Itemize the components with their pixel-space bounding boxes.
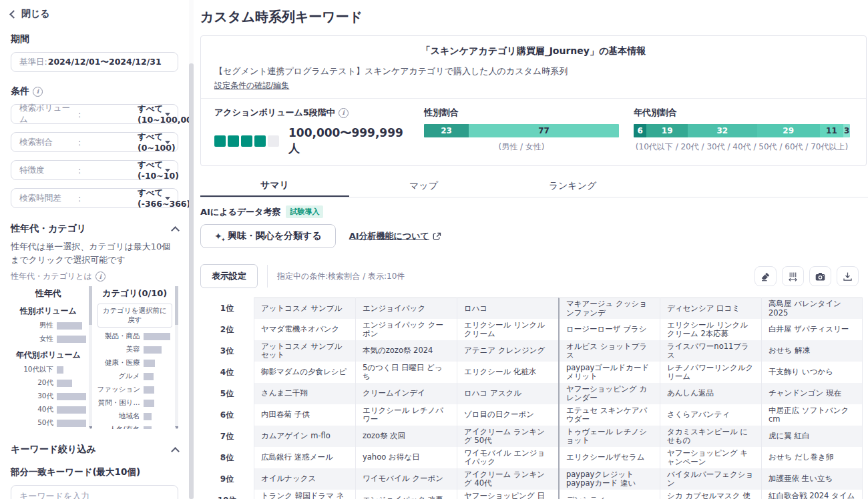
keyword-cell[interactable]: エリクシールザセラム bbox=[558, 447, 660, 468]
keyword-cell[interactable]: アイクリーム ランキング 50代 bbox=[457, 426, 558, 447]
keyword-cell[interactable]: シカ カプセルマスク 使い方 bbox=[660, 490, 761, 499]
keyword-cell[interactable]: デンシティ bbox=[558, 490, 660, 499]
keyword-cell[interactable]: エリクシール リンクルクリーム bbox=[457, 319, 558, 340]
demographic-option[interactable]: 40代 bbox=[11, 405, 86, 414]
keyword-cell[interactable]: paypayクレジット paypayカード 違い bbox=[558, 468, 660, 490]
category-option[interactable]: 健康・医療 bbox=[97, 358, 173, 368]
keyword-cell[interactable]: ロハコ アスクル bbox=[457, 383, 558, 404]
scroll-down-arrow-icon[interactable] bbox=[175, 426, 178, 429]
keyword-cell[interactable]: 5のつく日 日曜日 どっち bbox=[355, 362, 457, 383]
keyword-cell[interactable]: paypayゴールドカード メリット bbox=[558, 362, 660, 383]
demo-category-help-link[interactable]: 性年代・カテゴリとは i bbox=[11, 271, 178, 282]
keyword-cell[interactable]: 白井屋 ザパティスリー bbox=[761, 319, 863, 340]
category-option[interactable]: 人名(有名 bbox=[97, 425, 173, 429]
keyword-cell[interactable]: エリクシール 化粧水 bbox=[457, 362, 558, 383]
display-settings-button[interactable]: 表示設定 bbox=[200, 264, 258, 288]
keyword-cell[interactable]: アテニア クレンジング bbox=[457, 340, 558, 362]
scrollbar-thumb[interactable] bbox=[89, 286, 92, 325]
demographic-option[interactable]: 10代以下 bbox=[11, 365, 86, 374]
edit-conditions-link[interactable]: 設定条件の確認/編集 bbox=[214, 80, 289, 91]
tab-3[interactable]: ランキング bbox=[498, 175, 647, 197]
keyword-cell[interactable]: トランク 韓国ドラマ ネタバレ bbox=[254, 490, 355, 499]
keyword-cell[interactable]: アイクリーム ランキング 40代 bbox=[457, 468, 558, 490]
keyword-cell[interactable]: zozo祭 次回 bbox=[355, 426, 457, 447]
sidebar-scrollbar-thumb[interactable] bbox=[189, 63, 194, 499]
scroll-down-arrow-icon[interactable] bbox=[89, 426, 92, 429]
info-icon[interactable]: i bbox=[33, 87, 43, 97]
category-option[interactable]: 地域名 bbox=[97, 412, 173, 421]
keyword-cell[interactable]: チャンドンゴン 現在 bbox=[761, 383, 863, 404]
keyword-cell[interactable]: アットコスメ サンプル bbox=[254, 298, 355, 319]
category-option[interactable]: 美容 bbox=[97, 345, 173, 354]
base-date-field[interactable]: 基準日: 2024/12/01〜2024/12/31 bbox=[11, 52, 178, 72]
demographic-option[interactable]: 50代 bbox=[11, 418, 86, 428]
ai-feature-link[interactable]: AI分析機能について bbox=[349, 230, 441, 242]
keyword-cell[interactable]: タカミスキンピール にせもの bbox=[660, 426, 761, 447]
keyword-cell[interactable]: おせち 解凍 bbox=[761, 340, 863, 362]
keyword-cell[interactable]: 加護亜依 生い立ち bbox=[761, 468, 863, 490]
keyword-cell[interactable]: ロハコ bbox=[457, 298, 558, 319]
keyword-cell[interactable]: ワイモバイル クーポン bbox=[355, 468, 457, 490]
category-option[interactable]: 製品・商品 bbox=[97, 332, 173, 341]
keyword-cell[interactable]: ヤマダ電機ネオバンク bbox=[254, 319, 355, 340]
keyword-cell[interactable]: ディセンシア 口コミ bbox=[660, 298, 761, 319]
keyword-cell[interactable]: 広島銀行 迷惑メール bbox=[254, 447, 355, 468]
keyword-cell[interactable]: カムアゲイン m-flo bbox=[254, 426, 355, 447]
keyword-cell[interactable]: トゥヴェール レチノショット bbox=[558, 426, 660, 447]
keyword-cell[interactable]: 御影マダムの夕食レシピ bbox=[254, 362, 355, 383]
keyword-cell[interactable]: ヤフーショッピング キャンペーン bbox=[660, 447, 761, 468]
keyword-cell[interactable]: さんま二千翔 bbox=[254, 383, 355, 404]
eraser-button[interactable] bbox=[754, 266, 777, 286]
category-reset-button[interactable]: カテゴリを選択前に戻す bbox=[97, 304, 173, 328]
category-option[interactable]: ファッション bbox=[97, 385, 173, 394]
keyword-cell[interactable]: ヤフーショッピング カレンダー bbox=[558, 383, 660, 404]
demographic-option[interactable]: 20代 bbox=[11, 378, 86, 388]
keyword-cell[interactable]: あんしん返品 bbox=[660, 383, 761, 404]
keyword-cell[interactable]: バイタルパーフェクション bbox=[660, 468, 761, 490]
keyword-cell[interactable]: エンジョイパック クーポン bbox=[355, 319, 457, 340]
keyword-cell[interactable]: オイルナックス bbox=[254, 468, 355, 490]
keyword-cell[interactable]: ライスパワーno11プラス bbox=[660, 340, 761, 362]
download-button[interactable] bbox=[837, 266, 859, 286]
screenshot-button[interactable] bbox=[809, 266, 831, 286]
keyword-cell[interactable]: エンジョイパック 改悪 bbox=[355, 490, 457, 499]
keyword-cell[interactable]: 本気のzozo祭 2024 bbox=[355, 340, 457, 362]
category-option[interactable]: グルメ bbox=[97, 372, 173, 381]
filter-dropdown-1[interactable]: 検索割合:すべて(0~100) bbox=[11, 132, 178, 152]
keyword-input[interactable] bbox=[11, 485, 178, 499]
demographic-option[interactable]: 女性 bbox=[11, 334, 86, 344]
keyword-cell[interactable]: クリームインデイ bbox=[355, 383, 457, 404]
keyword-cell[interactable]: ワイモバイル エンジョイパック bbox=[457, 447, 558, 468]
info-icon[interactable]: i bbox=[339, 108, 349, 118]
keyword-cell[interactable]: さくらアバンティ bbox=[660, 404, 761, 426]
filter-dropdown-0[interactable]: 検索ボリューム:すべて(10~100,000,000) bbox=[11, 104, 178, 124]
keyword-cell[interactable]: yahoo お得な日 bbox=[355, 447, 457, 468]
scrollbar-thumb[interactable] bbox=[175, 286, 178, 325]
keyword-cell[interactable]: エリクシール リンクルクリーム 2本応募 bbox=[660, 319, 761, 340]
close-panel-button[interactable]: 閉じる bbox=[11, 8, 178, 20]
demographic-option[interactable]: 男性 bbox=[11, 321, 86, 330]
tab-2[interactable]: マップ bbox=[349, 175, 498, 197]
keyword-cell[interactable]: オルビス ショットプラス bbox=[558, 340, 660, 362]
keyword-cell[interactable]: 干支飾り いつから bbox=[761, 362, 863, 383]
keyword-cell[interactable]: ゾロ目の日クーポン bbox=[457, 404, 558, 426]
category-option[interactable]: 質問・困り... bbox=[97, 398, 173, 408]
keyword-cell[interactable]: 紅白歌合戦 2024 タイム テーブル bbox=[761, 490, 863, 499]
keyword-cell[interactable]: 中居正広 ソフトバンクcm bbox=[761, 404, 863, 426]
keyword-cell[interactable]: ロージーローザ ブラシ bbox=[558, 319, 660, 340]
keyword-cell[interactable]: マキアージュ クッションファンデ bbox=[558, 298, 660, 319]
scale-width-button[interactable] bbox=[782, 266, 804, 286]
sidebar-scrollbar[interactable] bbox=[189, 0, 194, 499]
keyword-cell[interactable]: 虎に翼 紅白 bbox=[761, 426, 863, 447]
keyword-cell[interactable]: エリクシール レチノパワー bbox=[355, 404, 457, 426]
keyword-filter-section-toggle[interactable]: キーワード絞り込み bbox=[11, 444, 178, 456]
keyword-cell[interactable]: レチノパワーリンクルクリーム bbox=[660, 362, 761, 383]
filter-dropdown-3[interactable]: 検索時間差:すべて(-366~366) bbox=[11, 188, 178, 208]
keyword-cell[interactable]: 内田春菊 子供 bbox=[254, 404, 355, 426]
keyword-cell[interactable]: エンジョイパック bbox=[355, 298, 457, 319]
demographic-option[interactable]: 30代 bbox=[11, 392, 86, 401]
keyword-cell[interactable]: ヤフーショッピング 日曜日 bbox=[457, 490, 558, 499]
classify-interests-button[interactable]: ✦✦ 興味・関心を分類する bbox=[200, 224, 336, 248]
keyword-cell[interactable]: おせち だし巻き卵 bbox=[761, 447, 863, 468]
keyword-cell[interactable]: エテュセ スキンケアパウダー bbox=[558, 404, 660, 426]
